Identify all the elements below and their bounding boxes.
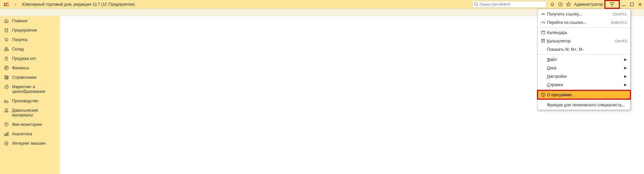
sidebar-item-label: Справочники [12, 75, 37, 80]
svg-rect-17 [7, 132, 8, 136]
svg-rect-26 [543, 94, 543, 96]
sidebar: ГлавноеПредприятиеПокупкаСкладПродажа оп… [0, 16, 60, 174]
submenu-arrow-icon: ▶ [622, 66, 627, 70]
books-icon [4, 75, 9, 80]
sidebar-item-label: Финансы [12, 66, 29, 70]
menu-item-справка[interactable]: Справка▶ [538, 80, 630, 89]
menu-separator [538, 54, 630, 55]
menu-shortcut: Ctrl+F11 [613, 12, 627, 16]
shop-icon [4, 141, 9, 146]
submenu-arrow-icon: ▶ [622, 58, 627, 61]
menu-item-label: Функции для технического специалиста... [547, 103, 627, 107]
menu-item-label: Справка [547, 82, 622, 87]
calc-icon [541, 39, 547, 43]
sidebar-item-ruble[interactable]: Финансы [0, 63, 60, 73]
sidebar-item-crest[interactable]: Фин мониторинг [0, 120, 60, 129]
menu-item-получить-ссылку-[interactable]: Получить ссылку...Ctrl+F11 [538, 10, 630, 18]
menu-shortcut: Ctrl+F2 [615, 39, 627, 43]
user-name[interactable]: Администратор [573, 2, 604, 7]
sidebar-item-label: Продажа опт [12, 56, 36, 61]
svg-rect-11 [5, 76, 6, 79]
menu-separator [538, 90, 630, 90]
svg-point-25 [543, 94, 544, 94]
sidebar-item-label: Маркетинг и ценообразование [12, 84, 57, 94]
sidebar-item-bag[interactable]: Продажа опт [0, 54, 60, 63]
service-dropdown: Получить ссылку...Ctrl+F11Перейти по ссы… [537, 9, 631, 110]
menu-item-label: Получить ссылку... [547, 12, 613, 16]
menu-item-калькулятор[interactable]: КалькуляторCtrl+F2 [538, 37, 630, 45]
bell-icon[interactable] [548, 0, 556, 8]
menu-item-настройки[interactable]: Настройки▶ [538, 72, 630, 80]
search-icon [473, 2, 480, 6]
sidebar-item-shop[interactable]: Интернет магазин [0, 139, 60, 148]
link-icon [541, 12, 547, 16]
svg-rect-2 [631, 3, 634, 6]
menu-item-файл[interactable]: Файл▶ [538, 55, 630, 64]
history-icon[interactable] [556, 0, 564, 8]
svg-rect-14 [5, 109, 7, 110]
app-title: Ювелирный торговый дом, редакция 10.7 (1… [19, 2, 135, 7]
home-icon [4, 19, 9, 23]
sidebar-item-label: Давальческие материалы [12, 108, 57, 117]
svg-rect-23 [542, 40, 544, 40]
cart-icon [4, 37, 9, 42]
crest-icon [4, 122, 9, 127]
menu-shortcut: Shift+F11 [611, 21, 627, 25]
sidebar-item-handbox[interactable]: Давальческие материалы [0, 106, 60, 120]
svg-rect-16 [6, 133, 7, 136]
menu-separator [538, 27, 630, 28]
boxes-icon [4, 47, 9, 51]
main-menu-icon[interactable] [11, 0, 19, 8]
menu-item-о-программе-[interactable]: О программе... [538, 91, 630, 99]
calendar-icon [541, 30, 547, 35]
menu-item-функции-для-технического-специалиста-[interactable]: Функции для технического специалиста... [538, 101, 630, 109]
sidebar-item-label: Интернет магазин [12, 141, 46, 146]
service-menu-icon [608, 0, 616, 8]
sidebar-item-pie[interactable]: Маркетинг и ценообразование [0, 82, 60, 96]
svg-rect-15 [4, 134, 5, 136]
maximize-icon[interactable] [628, 0, 636, 8]
linkarrow-icon [541, 20, 547, 25]
star-icon[interactable] [564, 0, 573, 8]
menu-item-label: Календарь [547, 30, 627, 35]
menu-item-label: Настройки [547, 74, 622, 79]
minimize-icon[interactable] [620, 0, 628, 8]
logo-1c: 1C [0, 2, 11, 7]
handbox-icon [4, 108, 9, 113]
service-menu-button-highlighted[interactable] [604, 0, 620, 9]
sidebar-item-boxes[interactable]: Склад [0, 44, 60, 54]
menu-item-label: Файл [547, 57, 622, 62]
menu-item-перейти-по-ссылке-[interactable]: Перейти по ссылке...Shift+F11 [538, 18, 630, 27]
sidebar-item-building[interactable]: Предприятие [0, 26, 60, 35]
sidebar-item-cart[interactable]: Покупка [0, 35, 60, 44]
svg-point-6 [7, 41, 8, 41]
bars-icon [4, 132, 9, 136]
svg-point-5 [5, 41, 6, 41]
sidebar-item-label: Предприятие [12, 28, 37, 33]
sidebar-item-books[interactable]: Справочники [0, 73, 60, 82]
menu-item-label: О программе... [547, 93, 627, 97]
svg-rect-7 [4, 49, 6, 51]
bag-icon [4, 56, 9, 61]
sidebar-item-factory[interactable]: Производство [0, 96, 60, 106]
menu-item-окна[interactable]: Окна▶ [538, 64, 630, 72]
sidebar-item-label: Склад [12, 47, 24, 51]
submenu-arrow-icon: ▶ [622, 83, 627, 86]
menu-item-label: Окна [547, 66, 622, 70]
close-icon[interactable] [636, 0, 644, 8]
sidebar-item-label: Главное [12, 19, 28, 23]
search-input[interactable] [480, 2, 546, 6]
svg-point-0 [475, 3, 477, 5]
menu-item-календарь[interactable]: Календарь [538, 28, 630, 37]
info-icon [541, 93, 547, 97]
submenu-arrow-icon: ▶ [622, 74, 627, 78]
sidebar-item-bars[interactable]: Аналитика [0, 129, 60, 139]
search-field[interactable] [473, 1, 546, 8]
ruble-icon [4, 66, 9, 70]
svg-rect-21 [542, 31, 545, 34]
sidebar-item-home[interactable]: Главное [0, 16, 60, 26]
menu-item-показать-m-m-m-[interactable]: Показать M, M+, M- [538, 45, 630, 54]
menu-item-label: Показать M, M+, M- [547, 47, 627, 52]
pie-icon [4, 84, 9, 89]
top-bar: 1C Ювелирный торговый дом, редакция 10.7… [0, 0, 644, 9]
